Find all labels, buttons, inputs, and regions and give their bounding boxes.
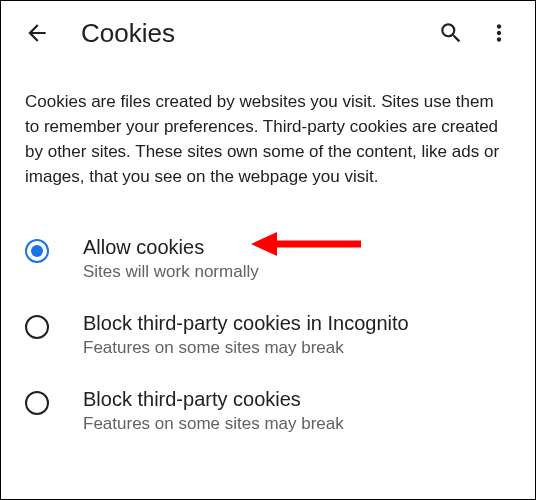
option-label: Block third-party cookies in Incognito bbox=[83, 310, 409, 336]
more-vert-icon bbox=[486, 20, 512, 46]
option-text: Allow cookies Sites will work normally bbox=[83, 234, 259, 282]
option-sublabel: Features on some sites may break bbox=[83, 414, 344, 434]
page-title: Cookies bbox=[81, 18, 427, 49]
option-sublabel: Sites will work normally bbox=[83, 262, 259, 282]
option-text: Block third-party cookies in Incognito F… bbox=[83, 310, 409, 358]
annotation-arrow-icon bbox=[251, 224, 371, 264]
header: Cookies bbox=[1, 1, 535, 65]
radio-icon bbox=[25, 391, 49, 415]
radio-icon bbox=[25, 315, 49, 339]
search-icon bbox=[438, 20, 464, 46]
option-block-third-party[interactable]: Block third-party cookies Features on so… bbox=[1, 372, 535, 448]
radio-icon bbox=[25, 239, 49, 263]
option-block-incognito[interactable]: Block third-party cookies in Incognito F… bbox=[1, 296, 535, 372]
arrow-back-icon bbox=[24, 20, 50, 46]
back-button[interactable] bbox=[13, 9, 61, 57]
option-label: Allow cookies bbox=[83, 234, 259, 260]
more-button[interactable] bbox=[475, 9, 523, 57]
options-list: Allow cookies Sites will work normally B… bbox=[1, 202, 535, 448]
option-allow-cookies[interactable]: Allow cookies Sites will work normally bbox=[1, 220, 535, 296]
option-text: Block third-party cookies Features on so… bbox=[83, 386, 344, 434]
search-button[interactable] bbox=[427, 9, 475, 57]
option-label: Block third-party cookies bbox=[83, 386, 344, 412]
option-sublabel: Features on some sites may break bbox=[83, 338, 409, 358]
description-text: Cookies are files created by websites yo… bbox=[1, 65, 535, 202]
